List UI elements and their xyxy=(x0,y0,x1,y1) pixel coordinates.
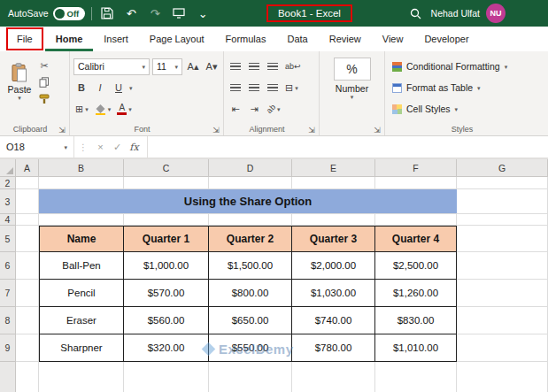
table-header-cell[interactable]: Quarter 3 xyxy=(292,226,375,252)
cell[interactable] xyxy=(16,334,39,362)
tab-formulas[interactable]: Formulas xyxy=(215,27,277,51)
conditional-formatting-button[interactable]: Conditional Formatting ▾ xyxy=(389,56,544,77)
number-dialog-launcher[interactable]: ⇲ xyxy=(373,125,382,135)
cell[interactable] xyxy=(457,252,548,280)
column-header[interactable]: C xyxy=(124,159,209,177)
save-button[interactable] xyxy=(98,4,116,23)
table-cell[interactable]: $1,500.00 xyxy=(209,252,292,280)
tab-review[interactable]: Review xyxy=(319,27,372,51)
align-top-button[interactable] xyxy=(228,58,243,75)
font-dialog-launcher[interactable]: ⇲ xyxy=(212,125,220,135)
row-header[interactable]: 4 xyxy=(0,214,16,226)
row-header[interactable]: 5 xyxy=(0,226,16,252)
font-color-button[interactable]: A ▾ xyxy=(115,100,134,118)
cell[interactable] xyxy=(16,226,39,252)
tab-developer[interactable]: Developer xyxy=(413,27,479,51)
cell[interactable] xyxy=(457,334,548,362)
formula-bar-splitter[interactable]: ⋮ xyxy=(74,142,92,152)
cell[interactable] xyxy=(457,280,548,307)
percent-style-button[interactable]: % xyxy=(334,58,371,81)
cell[interactable] xyxy=(16,177,39,189)
table-cell[interactable]: Pencil xyxy=(39,280,124,307)
table-cell[interactable]: $1,000.00 xyxy=(124,252,209,280)
cell[interactable] xyxy=(209,214,292,226)
table-header-cell[interactable]: Quarter 2 xyxy=(209,226,292,252)
tab-home[interactable]: Home xyxy=(45,27,94,51)
tab-data[interactable]: Data xyxy=(276,27,318,51)
align-center-button[interactable] xyxy=(246,79,262,96)
column-header[interactable]: D xyxy=(209,159,292,177)
cell[interactable] xyxy=(16,307,39,334)
cut-button[interactable]: ✂ xyxy=(39,59,50,72)
table-cell[interactable]: $2,500.00 xyxy=(375,252,457,280)
wrap-text-button[interactable]: ab↩ xyxy=(283,58,303,75)
user-avatar[interactable]: NU xyxy=(486,4,506,23)
increase-indent-button[interactable]: ⇥ xyxy=(246,100,262,118)
paste-button[interactable]: Paste ▾ xyxy=(4,56,35,105)
cell[interactable] xyxy=(457,362,548,392)
underline-dropdown-icon[interactable]: ▾ xyxy=(129,85,133,91)
font-name-select[interactable]: Calibri ▾ xyxy=(73,58,150,75)
align-middle-button[interactable] xyxy=(246,58,262,75)
row-header[interactable]: 2 xyxy=(0,177,16,189)
format-as-table-button[interactable]: Format as Table ▾ xyxy=(389,77,544,98)
table-cell[interactable]: $1,030.00 xyxy=(292,280,375,307)
cell[interactable] xyxy=(292,177,375,189)
orientation-button[interactable]: ab▾ xyxy=(265,100,282,118)
merge-center-button[interactable]: ⊟▾ xyxy=(283,79,300,96)
cell[interactable] xyxy=(39,214,124,226)
borders-button[interactable]: ⊞▾ xyxy=(73,100,90,118)
cell[interactable] xyxy=(39,177,124,189)
align-bottom-button[interactable] xyxy=(265,58,281,75)
cell[interactable] xyxy=(457,177,548,189)
row-header[interactable]: 6 xyxy=(0,252,16,280)
tab-page-layout[interactable]: Page Layout xyxy=(139,27,215,51)
select-all-button[interactable] xyxy=(0,159,16,177)
redo-button[interactable]: ↷ xyxy=(146,4,164,23)
cell[interactable] xyxy=(124,214,209,226)
increase-font-size-button[interactable]: A▴ xyxy=(185,58,201,75)
table-header-cell[interactable]: Quarter 4 xyxy=(375,226,457,252)
align-right-button[interactable] xyxy=(265,79,281,96)
table-cell[interactable]: $560.00 xyxy=(124,307,209,334)
tab-file[interactable]: File xyxy=(8,29,42,49)
italic-button[interactable]: I xyxy=(92,79,108,96)
column-header[interactable]: F xyxy=(375,159,457,177)
table-cell[interactable]: $1,010.00 xyxy=(375,334,457,362)
insert-function-button[interactable]: fx xyxy=(126,142,143,153)
table-cell[interactable]: $830.00 xyxy=(375,307,457,334)
cell[interactable] xyxy=(375,362,457,392)
cell[interactable] xyxy=(16,189,39,214)
cell-styles-button[interactable]: Cell Styles ▾ xyxy=(389,98,544,119)
table-header-cell[interactable]: Quarter 1 xyxy=(124,226,209,252)
alignment-dialog-launcher[interactable]: ⇲ xyxy=(307,125,316,135)
cell[interactable] xyxy=(457,226,548,252)
table-cell[interactable]: $320.00 xyxy=(124,334,209,362)
column-header[interactable]: G xyxy=(457,159,548,177)
cell[interactable] xyxy=(375,214,457,226)
clipboard-dialog-launcher[interactable]: ⇲ xyxy=(58,125,66,135)
autosave-control[interactable]: AutoSave Off xyxy=(8,7,85,20)
fill-color-button[interactable]: ▾ xyxy=(93,100,113,118)
cell[interactable] xyxy=(292,362,375,392)
cell[interactable] xyxy=(16,214,39,226)
cell[interactable] xyxy=(124,177,209,189)
table-cell[interactable]: $2,000.00 xyxy=(292,252,375,280)
font-size-select[interactable]: 11 ▾ xyxy=(152,58,182,75)
cell[interactable] xyxy=(457,214,548,226)
cell[interactable] xyxy=(16,280,39,307)
user-name[interactable]: Nehad Ulfat xyxy=(431,8,480,19)
row-header[interactable] xyxy=(0,362,16,392)
cell[interactable] xyxy=(457,189,548,214)
table-cell[interactable]: Eraser xyxy=(39,307,124,334)
column-header[interactable]: B xyxy=(39,159,124,177)
cell[interactable] xyxy=(124,362,209,392)
sheet-title-cell[interactable]: Using the Share Option xyxy=(39,189,457,214)
table-header-cell[interactable]: Name xyxy=(39,226,124,252)
column-header[interactable]: A xyxy=(16,159,39,177)
table-cell[interactable]: Sharpner xyxy=(39,334,124,362)
cell[interactable] xyxy=(209,362,292,392)
align-left-button[interactable] xyxy=(228,79,243,96)
table-cell[interactable]: $800.00 xyxy=(209,280,292,307)
cancel-button[interactable]: × xyxy=(92,142,109,152)
